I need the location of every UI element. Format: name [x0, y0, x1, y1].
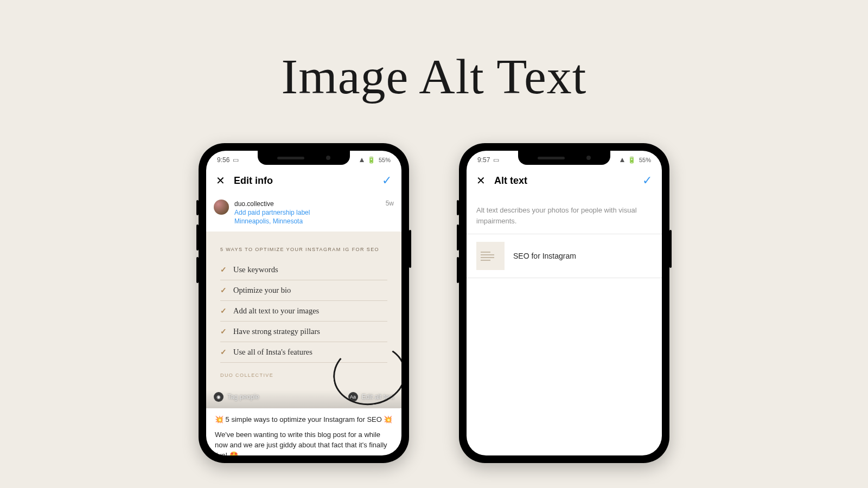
tip-text: Add alt text to your images: [233, 306, 319, 316]
alt-text-description: Alt text describes your photos for peopl…: [467, 195, 662, 234]
caption-line-2: We've been wanting to write this blog po…: [215, 430, 393, 455]
phone-comparison: 9:56 ▭ 🔋 55% ✕ Edit info ✓ duo.collectiv…: [0, 143, 868, 463]
tag-people-label: Tag people: [227, 393, 259, 401]
tip-row: ✓Use all of Insta's features: [220, 342, 387, 363]
close-icon[interactable]: ✕: [216, 174, 225, 187]
confirm-check-icon[interactable]: ✓: [382, 174, 392, 188]
tip-row: ✓Use keywords: [220, 260, 387, 280]
battery-percent: 55%: [379, 157, 391, 163]
check-icon: ✓: [220, 327, 227, 336]
username[interactable]: duo.collective: [234, 200, 310, 208]
image-action-overlay: ◉ Tag people Aa Edit alt text: [206, 386, 401, 408]
post-image: 5 WAYS TO OPTIMIZE YOUR INSTAGRAM IG FOR…: [206, 232, 401, 388]
check-icon: ✓: [220, 306, 227, 316]
aa-icon: Aa: [348, 392, 358, 402]
tip-row: ✓Optimize your bio: [220, 280, 387, 301]
phone-screen-left: 9:56 ▭ 🔋 55% ✕ Edit info ✓ duo.collectiv…: [206, 151, 401, 455]
post-image-heading: 5 WAYS TO OPTIMIZE YOUR INSTAGRAM IG FOR…: [220, 247, 387, 252]
check-icon: ✓: [220, 286, 227, 295]
tip-text: Use all of Insta's features: [233, 348, 312, 357]
signal-icon: [620, 158, 624, 162]
brand-tag: DUO COLLECTIVE: [220, 373, 387, 378]
tip-row: ✓Add alt text to your images: [220, 301, 387, 322]
battery-icon: 🔋: [367, 156, 375, 164]
status-time: 9:57: [477, 156, 490, 164]
partnership-link[interactable]: Add paid partnership label: [234, 208, 310, 217]
battery-percent: 55%: [639, 157, 651, 163]
alt-text-row[interactable]: SEO for Instagram: [467, 234, 662, 278]
tip-text: Have strong strategy pillars: [233, 327, 320, 336]
header-title: Edit info: [234, 175, 373, 187]
confirm-check-icon[interactable]: ✓: [642, 174, 652, 188]
location-link[interactable]: Minneapolis, Minnesota: [234, 217, 310, 226]
battery-icon: 🔋: [628, 156, 636, 164]
check-icon: ✓: [220, 265, 227, 274]
edit-alt-text-button[interactable]: Aa Edit alt text: [348, 392, 394, 402]
tip-row: ✓Have strong strategy pillars: [220, 322, 387, 342]
signal-icon: [360, 158, 364, 162]
person-icon: ◉: [214, 392, 224, 402]
close-icon[interactable]: ✕: [476, 174, 486, 187]
tag-people-button[interactable]: ◉ Tag people: [214, 392, 259, 402]
screen-header: ✕ Edit info ✓: [206, 166, 401, 195]
caption-editor[interactable]: 💥 5 simple ways to optimize your Instagr…: [206, 408, 401, 455]
screen-header: ✕ Alt text ✓: [467, 166, 662, 195]
post-timestamp: 5w: [386, 200, 394, 207]
tip-text: Optimize your bio: [233, 286, 291, 295]
status-time: 9:56: [217, 156, 229, 164]
phone-screen-right: 9:57 ▭ 🔋 55% ✕ Alt text ✓ Alt text descr…: [467, 151, 662, 455]
page-title: Image Alt Text: [0, 48, 868, 105]
notification-icon: ▭: [493, 156, 499, 164]
check-icon: ✓: [220, 348, 227, 357]
header-title: Alt text: [494, 175, 634, 187]
caption-line-1: 💥 5 simple ways to optimize your Instagr…: [215, 415, 393, 425]
notification-icon: ▭: [233, 156, 239, 164]
edit-alt-label: Edit alt text: [362, 393, 394, 401]
alt-text-input[interactable]: SEO for Instagram: [513, 252, 576, 260]
phone-frame-right: 9:57 ▭ 🔋 55% ✕ Alt text ✓ Alt text descr…: [459, 143, 669, 463]
avatar[interactable]: [214, 200, 229, 215]
post-meta: duo.collective Add paid partnership labe…: [206, 195, 401, 232]
tip-text: Use keywords: [233, 265, 278, 274]
image-thumbnail: [476, 242, 505, 270]
phone-frame-left: 9:56 ▭ 🔋 55% ✕ Edit info ✓ duo.collectiv…: [199, 143, 409, 463]
